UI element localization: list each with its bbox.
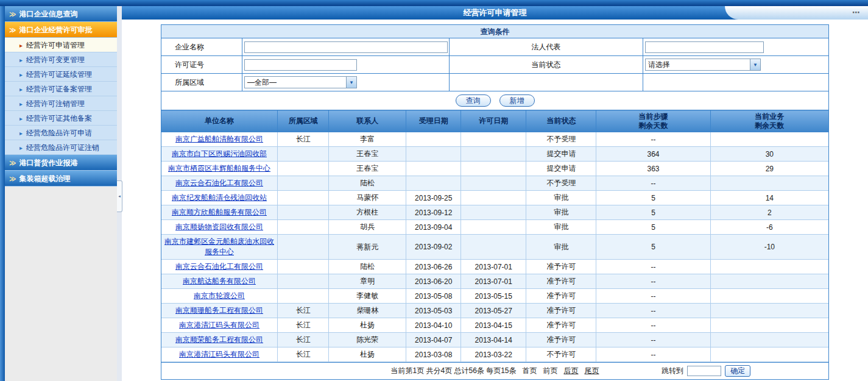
- legal-rep-input[interactable]: [645, 41, 764, 53]
- company-link[interactable]: 南京云合石油化工有限公司: [175, 179, 263, 187]
- double-arrow-icon: ≫: [9, 26, 16, 34]
- sidebar-item-3[interactable]: ▸经营许可证备案管理: [5, 82, 117, 96]
- sidebar-item-cargo-report[interactable]: ≫港口普货作业报港: [5, 155, 117, 171]
- company-cell: 南京市建邺区金元船舶废油水回收服务中心: [161, 235, 278, 260]
- table-cell: [406, 147, 461, 162]
- next-page-link[interactable]: 后页: [564, 366, 579, 376]
- status-select[interactable]: 请选择 ▼: [645, 59, 761, 71]
- sidebar-item-1[interactable]: ▸经营许可变更管理: [5, 52, 117, 67]
- table-cell: 29: [710, 162, 828, 176]
- add-button[interactable]: 新增: [499, 94, 535, 107]
- company-cell: 南京市白下区恩赐污油回收部: [161, 147, 278, 162]
- company-link[interactable]: 南京港清江码头有限公司: [179, 321, 259, 329]
- jump-page-input[interactable]: [687, 366, 721, 376]
- page-title: 经营许可申请管理: [464, 8, 527, 17]
- sidebar-item-0[interactable]: ▸经营许可申请管理: [5, 38, 117, 52]
- confirm-button[interactable]: 确定: [725, 365, 750, 377]
- table-cell: 审批: [526, 205, 596, 220]
- legal-rep-cell: [643, 38, 828, 56]
- company-cell: 南京港清江码头有限公司: [161, 318, 278, 333]
- table-cell: [278, 235, 329, 260]
- pagination-summary: 当前第1页 共分4页 总计56条 每页15条: [390, 366, 516, 376]
- sidebar-item-5[interactable]: ▸经营许可证其他备案: [5, 111, 117, 126]
- column-header: 当前状态: [526, 110, 596, 132]
- table-cell: 2013-09-04: [406, 220, 461, 235]
- arrow-icon: ▸: [19, 115, 23, 122]
- content-area: 查询条件 企业名称 法人代表 许可证号 当前状态 请选择: [122, 20, 868, 380]
- table-cell: 陆松: [329, 260, 406, 274]
- table-cell: 长江: [278, 347, 329, 362]
- sidebar-item-7[interactable]: ▸经营危险品许可证注销: [5, 140, 117, 155]
- last-page-link[interactable]: 尾页: [585, 366, 599, 376]
- table-cell: -10: [710, 235, 828, 260]
- table-cell: 5: [596, 235, 710, 260]
- sidebar-item-container-control[interactable]: ≫集装箱超载治理: [5, 171, 117, 187]
- chevron-down-icon: ▼: [346, 77, 356, 88]
- company-link[interactable]: 南京广益船舶清舱有限公司: [175, 135, 263, 143]
- sidebar-item-info-query[interactable]: ≫港口企业信息查询: [5, 6, 117, 22]
- table-row: 南京市建邺区金元船舶废油水回收服务中心蒋新元2013-09-02审批5-10: [161, 235, 828, 260]
- region-label: 所属区域: [161, 74, 242, 91]
- sidebar-item-2[interactable]: ▸经营许可证延续管理: [5, 67, 117, 82]
- sidebar-collapse-handle[interactable]: ◂: [117, 180, 122, 212]
- table-cell: --: [596, 347, 710, 362]
- company-cell: 南京顺荣船务工程有限公司: [161, 333, 278, 347]
- table-cell: [278, 191, 329, 205]
- sidebar-item-4[interactable]: ▸经营许可注销管理: [5, 96, 117, 111]
- company-cell: 南京云合石油化工有限公司: [161, 260, 278, 274]
- double-arrow-icon: ≫: [9, 159, 16, 166]
- sidebar-section-license-approval[interactable]: ≫港口企业经营许可审批: [5, 22, 117, 38]
- company-name-input[interactable]: [244, 41, 448, 53]
- company-link[interactable]: 南京顺扬物资回收有限公司: [175, 223, 263, 231]
- arrow-icon: ▸: [19, 42, 23, 49]
- table-cell: --: [596, 260, 710, 274]
- table-cell: 王春宝: [329, 162, 406, 176]
- table-cell: 2013-03-22: [461, 347, 526, 362]
- sidebar-item-6[interactable]: ▸经营危险品许可申请: [5, 126, 117, 140]
- table-cell: [710, 318, 828, 333]
- column-header: 所属区域: [278, 110, 329, 132]
- table-row: 南京市栖霞区丰辉船舶服务中心王春宝提交申请36329: [161, 162, 828, 176]
- table-cell: 5: [596, 205, 710, 220]
- region-select[interactable]: —全部— ▼: [244, 76, 357, 88]
- table-cell: 陆松: [329, 176, 406, 191]
- table-cell: 2013-04-07: [406, 333, 461, 347]
- prev-page-link[interactable]: 前页: [543, 366, 558, 376]
- table-cell: 提交申请: [526, 162, 596, 176]
- company-link[interactable]: 南京市轮渡公司: [194, 291, 245, 300]
- arrow-icon: ▸: [19, 57, 23, 63]
- table-cell: 长江: [278, 132, 329, 147]
- company-link[interactable]: 南京顺方欣船舶服务有限公司: [172, 208, 267, 216]
- page-title-bar: ⋯ 经营许可申请管理: [122, 6, 868, 20]
- table-cell: [710, 333, 828, 347]
- table-cell: 2013-06-26: [406, 260, 461, 274]
- results-table: 单位名称所属区域联系人受理日期许可日期当前状态当前步骤 剩余天数当前业务 剩余天…: [161, 110, 828, 362]
- region-select-value: —全部—: [245, 77, 346, 88]
- company-link[interactable]: 南京纪发船舶清仓残油回收站: [172, 193, 267, 202]
- table-cell: 马蒙怀: [329, 191, 406, 205]
- company-link[interactable]: 南京顺珊船务工程有限公司: [175, 306, 263, 315]
- company-link[interactable]: 南京航达船务有限公司: [183, 277, 256, 285]
- company-link[interactable]: 南京顺荣船务工程有限公司: [175, 335, 263, 344]
- company-link[interactable]: 南京港清江码头有限公司: [179, 350, 259, 358]
- table-cell: [710, 274, 828, 289]
- first-page-link[interactable]: 首页: [523, 366, 537, 376]
- table-cell: 30: [710, 147, 828, 162]
- arrow-icon: ▸: [19, 101, 23, 107]
- sidebar-header-label: 港口普货作业报港: [19, 158, 78, 167]
- company-link[interactable]: 南京市建邺区金元船舶废油水回收服务中心: [164, 237, 274, 256]
- company-link[interactable]: 南京云合石油化工有限公司: [175, 262, 263, 271]
- column-header: 许可日期: [461, 110, 526, 132]
- table-row: 南京市白下区恩赐污油回收部王春宝提交申请36430: [161, 147, 828, 162]
- table-cell: 2013-04-15: [461, 318, 526, 333]
- search-button[interactable]: 查询: [456, 94, 491, 107]
- company-link[interactable]: 南京市白下区恩赐污油回收部: [172, 149, 267, 158]
- table-cell: 长江: [278, 304, 329, 318]
- license-no-input[interactable]: [244, 59, 357, 71]
- arrow-icon: ▸: [19, 71, 23, 78]
- company-link[interactable]: 南京市栖霞区丰辉船舶服务中心: [168, 164, 270, 173]
- top-bar: [0, 0, 868, 6]
- table-cell: [461, 220, 526, 235]
- table-cell: 李健敏: [329, 289, 406, 304]
- column-header: 受理日期: [406, 110, 461, 132]
